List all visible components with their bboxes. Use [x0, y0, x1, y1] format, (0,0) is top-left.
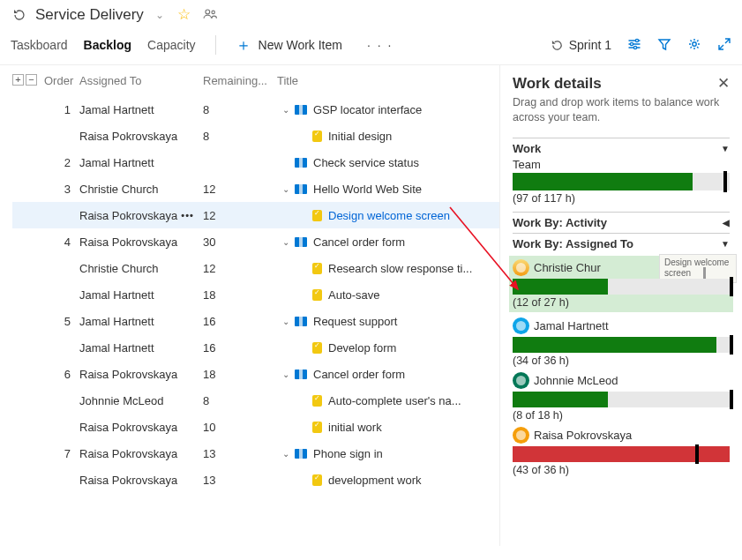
refresh-icon[interactable]: [12, 8, 26, 22]
section-by-assigned[interactable]: Work By: Assigned To ▼: [513, 233, 730, 250]
pbi-icon: [295, 237, 307, 247]
table-row[interactable]: 4Raisa Pokrovskaya30⌄Cancel order form: [12, 228, 499, 255]
pbi-icon: [295, 184, 307, 194]
table-row[interactable]: 5Jamal Hartnett16⌄Request support: [12, 308, 499, 334]
work-item-title: Hello World Web Site: [313, 183, 422, 196]
cell-title: ⌄Cancel order form: [277, 368, 499, 381]
cell-remaining: 16: [203, 341, 277, 355]
table-row[interactable]: Raisa Pokrovskaya8Initial design: [12, 123, 499, 149]
sprint-picker[interactable]: Sprint 1: [551, 38, 611, 52]
table-row[interactable]: Raisa Pokrovskaya13development work: [12, 467, 499, 493]
new-work-item-button[interactable]: ＋ New Work Item: [236, 34, 342, 56]
col-remaining[interactable]: Remaining...: [203, 74, 277, 87]
chevron-down-icon[interactable]: ⌄: [155, 9, 164, 21]
expand-caret-icon[interactable]: ⌄: [281, 105, 291, 115]
cell-title: ⌄Hello World Web Site: [277, 183, 499, 196]
cell-title: Initial design: [277, 130, 499, 143]
person-head: Jamal Hartnett: [513, 317, 730, 334]
cell-assigned: Jamal Hartnett: [79, 103, 203, 116]
close-icon[interactable]: ✕: [717, 74, 730, 93]
person-block[interactable]: Christie ChurDesign welcome screen(12 of…: [509, 256, 733, 312]
svg-point-4: [633, 46, 636, 49]
person-hours: (43 of 36 h): [513, 464, 730, 476]
cell-assigned: Christie Church: [79, 183, 203, 196]
details-title: Work details: [513, 75, 717, 93]
person-block[interactable]: Jamal Hartnett(34 of 36 h): [513, 317, 730, 367]
expand-all-button[interactable]: +: [12, 74, 24, 86]
tab-capacity[interactable]: Capacity: [147, 38, 195, 52]
table-row[interactable]: 2Jamal HartnettCheck service status: [12, 149, 499, 175]
work-item-title[interactable]: Design welcome screen: [328, 209, 450, 222]
expand-caret-icon[interactable]: ⌄: [281, 317, 291, 326]
cell-order: 6: [44, 368, 79, 381]
avatar: [513, 372, 529, 389]
table-row[interactable]: Raisa Pokrovskaya10initial work: [12, 414, 499, 440]
expand-caret-icon[interactable]: ⌄: [281, 370, 291, 379]
work-item-title: Cancel order form: [313, 235, 405, 249]
cell-title: development work: [277, 474, 499, 487]
avatar: [513, 259, 529, 276]
fullscreen-icon[interactable]: [717, 37, 731, 54]
column-headers: + − Order Assigned To Remaining... Title: [12, 71, 499, 96]
person-head: Raisa Pokrovskaya: [513, 427, 730, 444]
table-row[interactable]: 7Raisa Pokrovskaya13⌄Phone sign in: [12, 440, 499, 467]
capacity-bar: [513, 279, 730, 295]
person-hours: (8 of 18 h): [513, 409, 730, 422]
table-row[interactable]: Johnnie McLeod8Auto-complete user's na..…: [12, 387, 499, 414]
person-block[interactable]: Johnnie McLeod(8 of 18 h): [513, 372, 730, 422]
expand-caret-icon[interactable]: ⌄: [281, 449, 291, 459]
gear-icon[interactable]: [687, 37, 701, 54]
cell-title: initial work: [277, 421, 499, 434]
tab-backlog[interactable]: Backlog: [84, 38, 131, 52]
capacity-bar: [513, 337, 730, 353]
table-row[interactable]: 3Christie Church12⌄Hello World Web Site: [12, 175, 499, 202]
cell-order: 5: [44, 315, 79, 328]
cell-title: ⌄Request support: [277, 315, 499, 328]
cell-remaining: 8: [203, 394, 277, 407]
table-row[interactable]: Christie Church12Research slow response …: [12, 255, 499, 281]
people-container: Christie ChurDesign welcome screen(12 of…: [513, 256, 730, 476]
table-row[interactable]: Jamal Hartnett16Develop form: [12, 334, 499, 361]
row-more-menu[interactable]: •••: [181, 210, 194, 220]
section-work[interactable]: Work ▼: [513, 138, 730, 155]
section-by-activity[interactable]: Work By: Activity ◀: [513, 212, 730, 229]
cell-remaining: 16: [203, 315, 277, 328]
work-item-title: Auto-complete user's na...: [328, 394, 461, 407]
team-icon[interactable]: [203, 8, 218, 22]
work-item-title: development work: [328, 474, 422, 487]
cell-remaining: 18: [203, 368, 277, 381]
cell-remaining: 8: [203, 130, 277, 143]
more-menu[interactable]: · · ·: [367, 38, 393, 52]
cell-assigned: Jamal Hartnett: [79, 156, 203, 169]
table-row[interactable]: 6Raisa Pokrovskaya18⌄Cancel order form: [12, 361, 499, 387]
avatar: [513, 317, 529, 334]
tab-taskboard[interactable]: Taskboard: [11, 38, 68, 52]
settings-sliders-icon[interactable]: [627, 37, 641, 54]
expand-caret-icon[interactable]: ⌄: [281, 184, 291, 194]
cell-remaining: 12: [203, 183, 277, 196]
table-row[interactable]: Raisa Pokrovskaya•••12Design welcome scr…: [12, 202, 499, 228]
right-actions: Sprint 1: [551, 37, 731, 54]
svg-point-3: [630, 42, 633, 45]
pbi-icon: [295, 158, 307, 168]
details-subtitle: Drag and drop work items to balance work…: [513, 95, 730, 125]
work-item-title: Research slow response ti...: [328, 262, 472, 275]
collapse-all-button[interactable]: −: [26, 74, 37, 86]
divider: [215, 35, 216, 55]
favorite-star-icon[interactable]: ☆: [177, 5, 191, 24]
expand-caret-icon[interactable]: ⌄: [281, 237, 291, 247]
col-title[interactable]: Title: [277, 74, 499, 87]
cell-assigned: Raisa Pokrovskaya: [79, 474, 203, 487]
col-assigned[interactable]: Assigned To: [79, 74, 203, 87]
table-row[interactable]: 1Jamal Hartnett8⌄GSP locator interface: [12, 96, 499, 123]
col-order[interactable]: Order: [44, 74, 79, 87]
work-item-title: Phone sign in: [313, 447, 383, 460]
cell-assigned: Jamal Hartnett: [79, 315, 203, 328]
work-item-title: Request support: [313, 315, 397, 328]
table-row[interactable]: Jamal Hartnett18Auto-save: [12, 281, 499, 308]
work-item-title: Develop form: [328, 341, 396, 355]
filter-icon[interactable]: [657, 37, 671, 54]
chevron-left-icon: ◀: [723, 218, 730, 228]
person-block[interactable]: Raisa Pokrovskaya(43 of 36 h): [513, 427, 730, 476]
svg-point-5: [693, 41, 696, 45]
